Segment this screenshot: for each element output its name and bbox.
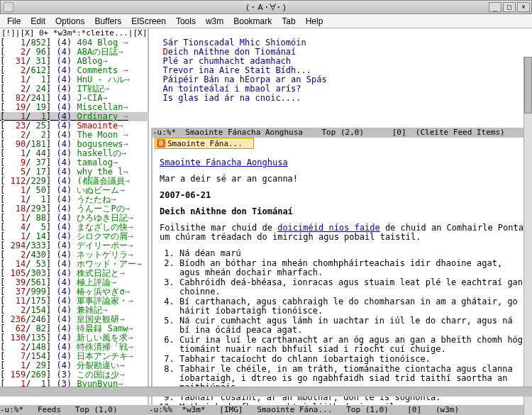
scrollbar-thumb[interactable] — [524, 57, 532, 114]
content-area: [!]|[X] 0+ *w3m*:*cleite...|[X] [ 1/852]… — [0, 28, 532, 415]
list-item: Tabhair tacaíocht do chlann íobartaigh t… — [179, 355, 529, 364]
headline-item[interactable]: Deich nAithne don Tiománaí — [153, 48, 532, 57]
tab-bar[interactable]: [!]|[X] 0+ *w3m*:*cleite...|[X] — [0, 28, 532, 38]
modeline-left: -u:%* Feeds Top (1,0) — [0, 405, 149, 415]
list-item: Cabhróidh deá-bhéasa, ionracas agus stua… — [179, 278, 529, 297]
headline-item[interactable]: Páipéir Bán na hEorpa ar an Spás — [153, 75, 532, 84]
list-item: Bíodh an bóthar ina mheán chomhpháirteac… — [179, 259, 529, 277]
article-date: 2007-06-21 — [160, 191, 529, 200]
headline-item[interactable]: Is glas iad ár na cnoic.... — [153, 94, 532, 103]
menu-help[interactable]: Help — [301, 15, 328, 28]
menubar: FileEditOptionsBuffersElScreenToolsw3mBo… — [0, 14, 532, 28]
commandments-list: Ná déan marúBíodh an bóthar ina mheán ch… — [179, 249, 529, 406]
article-pane[interactable]: Smaointe Fánacha Aonghusa Mar a deir sé … — [160, 158, 529, 406]
menu-buffers[interactable]: Buffers — [90, 15, 126, 28]
headline-pane[interactable]: Sár Tionscadal Mhic Shiomóin Deich nAith… — [153, 38, 532, 103]
article-heading: Deich nAithne don Tiománaí — [160, 207, 529, 216]
article-para: Foilsithe mar chuid de doiciméid níos fa… — [160, 223, 529, 242]
popup-text: Smaointe Fána... — [167, 139, 243, 148]
app-icon — [4, 2, 13, 12]
list-item: Bí carthanach, agus cabhraigh le do chom… — [179, 297, 529, 316]
location-bar: Location: http://aonghus.blogspot.com/20… — [156, 149, 532, 158]
headline-item[interactable]: Trevor ina Aire Stait Bídh... — [153, 66, 532, 75]
maximize-button[interactable]: □ — [503, 2, 516, 12]
bottom-modeline: -u:%* Feeds Top (1,0) -u:%% *w3m* [IMG] … — [0, 405, 532, 415]
feed-list[interactable]: [ 1/852] (4) 404 Blog →[ 2/ 96] (4) ABAの… — [0, 38, 149, 405]
menu-options[interactable]: Options — [51, 15, 89, 28]
headline-item[interactable]: Plé ar chumhacht adamhach — [153, 57, 532, 66]
headline-item[interactable]: An tointeálaí i mbaol arís? — [153, 84, 532, 94]
menu-file[interactable]: File — [3, 15, 25, 28]
window-title: ( ･ A ･∀･ ) — [246, 3, 285, 11]
modeline-headlines: -u:%* Smaointe Fánacha Aonghusa Top (2,0… — [153, 128, 532, 138]
menu-elscreen[interactable]: ElScreen — [127, 15, 170, 28]
minimize-button[interactable]: _ — [489, 2, 501, 12]
titlebar: ( ･ A ･∀･ ) _ □ × — [0, 0, 532, 14]
headline-item[interactable]: Sár Tionscadal Mhic Shiomóin — [153, 38, 532, 48]
menu-edit[interactable]: Edit — [26, 15, 50, 28]
list-item: Ná déan marú — [179, 249, 529, 258]
scrollbar[interactable] — [523, 57, 532, 415]
menu-tab[interactable]: Tab — [277, 15, 299, 28]
article-intro: Mar a deir sé ar an gcanna! — [160, 175, 529, 184]
article-blog-title[interactable]: Smaointe Fánacha Aonghusa — [160, 158, 288, 167]
menu-tools[interactable]: Tools — [172, 15, 200, 28]
list-item: Cuir ina luí le carthanacht ar an óg agu… — [179, 336, 529, 354]
tooltip-popup: B Smaointe Fána... — [155, 138, 254, 149]
menu-bookmark[interactable]: Bookmark — [229, 15, 276, 28]
close-button[interactable]: × — [517, 2, 530, 12]
menu-w3m[interactable]: w3m — [201, 15, 228, 28]
doc-link[interactable]: doiciméid níos faide — [277, 223, 380, 233]
blogger-icon: B — [157, 139, 165, 148]
modeline-right: -u:%% *w3m* [IMG] Smaointe Fána... Top (… — [149, 405, 532, 415]
status-gutter — [0, 387, 532, 397]
list-item: Ná cuir cumhacht agus lámh in uachtar in… — [179, 316, 529, 335]
pane-divider-2 — [151, 128, 153, 406]
